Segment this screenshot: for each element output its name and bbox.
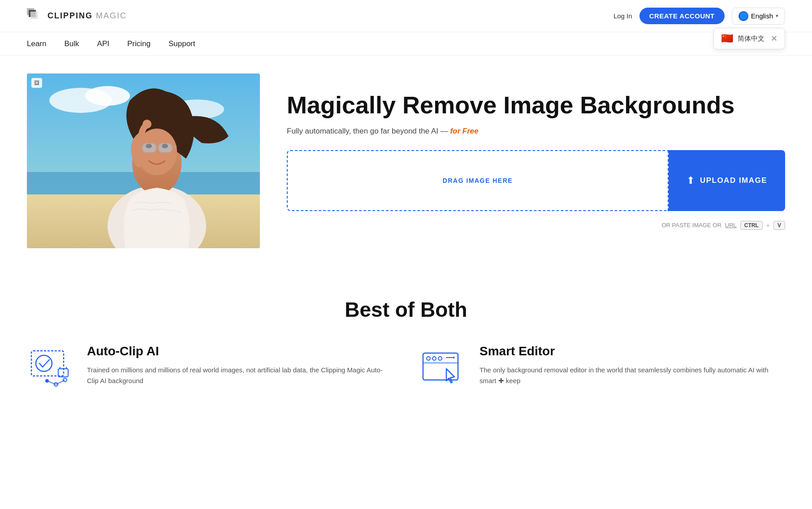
upload-image-button[interactable]: ⬆ UPLOAD IMAGE bbox=[669, 150, 785, 211]
smart-editor-icon-svg bbox=[419, 344, 469, 393]
hero-section: 🖼 Magically Remove Image Backgrounds Ful… bbox=[0, 56, 812, 271]
chinese-language-label: 简体中文 bbox=[738, 35, 764, 43]
upload-button-label: UPLOAD IMAGE bbox=[700, 176, 767, 185]
svg-marker-35 bbox=[453, 356, 454, 359]
svg-point-33 bbox=[438, 357, 442, 360]
svg-point-31 bbox=[427, 357, 430, 360]
hero-free-label: for Free bbox=[450, 127, 478, 135]
svg-point-19 bbox=[143, 120, 151, 129]
svg-rect-15 bbox=[159, 143, 172, 152]
drag-label: DRAG IMAGE HERE bbox=[443, 177, 513, 184]
section-title: Best of Both bbox=[27, 298, 785, 322]
auto-clip-icon bbox=[27, 344, 76, 393]
chevron-down-icon: ▾ bbox=[776, 13, 778, 19]
smart-editor-content: Smart Editor The only background removal… bbox=[479, 344, 785, 386]
create-account-button[interactable]: CREATE ACCOUNT bbox=[639, 8, 725, 24]
hero-content: Magically Remove Image Backgrounds Fully… bbox=[287, 92, 785, 229]
logo: CLIPPING MAGIC bbox=[27, 8, 127, 24]
hero-subtitle: Fully automatically, then go far beyond … bbox=[287, 127, 785, 136]
language-button[interactable]: 🌐 English ▾ bbox=[732, 8, 785, 25]
logo-icon bbox=[27, 8, 43, 24]
close-language-dropdown-button[interactable]: ✕ bbox=[771, 34, 777, 43]
smart-editor-description: The only background removal editor in th… bbox=[479, 365, 785, 386]
smart-editor-title: Smart Editor bbox=[479, 344, 785, 358]
svg-point-21 bbox=[36, 355, 52, 371]
auto-clip-title: Auto-Clip AI bbox=[87, 344, 393, 358]
hero-image: 🖼 bbox=[27, 73, 260, 248]
svg-point-7 bbox=[85, 86, 130, 106]
upload-area: DRAG IMAGE HERE ⬆ UPLOAD IMAGE bbox=[287, 150, 785, 211]
hero-image-wrapper: 🖼 bbox=[27, 73, 260, 248]
main-nav: Learn Bulk API Pricing Support bbox=[0, 32, 812, 56]
smart-editor-icon bbox=[419, 344, 469, 393]
feature-auto-clip: Auto-Clip AI Trained on millions and mil… bbox=[27, 344, 393, 393]
features-section: Best of Both bbox=[0, 271, 812, 411]
image-type-icon: 🖼 bbox=[31, 78, 42, 88]
hero-title: Magically Remove Image Backgrounds bbox=[287, 92, 785, 118]
header-right: Log In CREATE ACCOUNT 🌐 English ▾ bbox=[613, 8, 785, 25]
chinese-flag-icon: 🇨🇳 bbox=[721, 33, 733, 44]
v-key-badge: V bbox=[773, 221, 785, 230]
feature-smart-editor: Smart Editor The only background removal… bbox=[419, 344, 785, 393]
hero-photo-svg bbox=[27, 73, 260, 248]
logo-text: CLIPPING MAGIC bbox=[48, 11, 127, 21]
features-list: Auto-Clip AI Trained on millions and mil… bbox=[27, 344, 785, 393]
ctrl-key-badge: CTRL bbox=[740, 221, 763, 230]
upload-icon: ⬆ bbox=[687, 175, 695, 186]
svg-marker-37 bbox=[446, 369, 454, 383]
svg-point-32 bbox=[432, 357, 436, 360]
sidebar-item-api[interactable]: API bbox=[97, 39, 109, 48]
auto-clip-icon-svg bbox=[27, 344, 76, 393]
hero-subtitle-text: Fully automatically, then go far beyond … bbox=[287, 127, 450, 135]
plus-sign: + bbox=[766, 222, 770, 229]
sidebar-item-learn[interactable]: Learn bbox=[27, 39, 46, 48]
svg-line-28 bbox=[56, 380, 65, 384]
drag-drop-zone[interactable]: DRAG IMAGE HERE bbox=[287, 150, 669, 211]
paste-hint-text: OR PASTE IMAGE OR bbox=[661, 222, 721, 229]
header: CLIPPING MAGIC Log In CREATE ACCOUNT 🌐 E… bbox=[0, 0, 812, 32]
sidebar-item-pricing[interactable]: Pricing bbox=[127, 39, 151, 48]
url-paste-link[interactable]: URL bbox=[725, 222, 737, 229]
svg-rect-14 bbox=[143, 143, 156, 152]
language-label: English bbox=[751, 12, 773, 20]
auto-clip-description: Trained on millions and millions of real… bbox=[87, 365, 393, 386]
auto-clip-content: Auto-Clip AI Trained on millions and mil… bbox=[87, 344, 393, 386]
sidebar-item-support[interactable]: Support bbox=[168, 39, 195, 48]
language-dropdown: 🇨🇳 简体中文 ✕ bbox=[713, 28, 785, 49]
sidebar-item-bulk[interactable]: Bulk bbox=[64, 39, 79, 48]
paste-hint: OR PASTE IMAGE OR URL CTRL + V bbox=[287, 221, 785, 230]
login-button[interactable]: Log In bbox=[613, 12, 632, 20]
svg-rect-2 bbox=[30, 12, 38, 19]
globe-icon: 🌐 bbox=[739, 11, 748, 21]
